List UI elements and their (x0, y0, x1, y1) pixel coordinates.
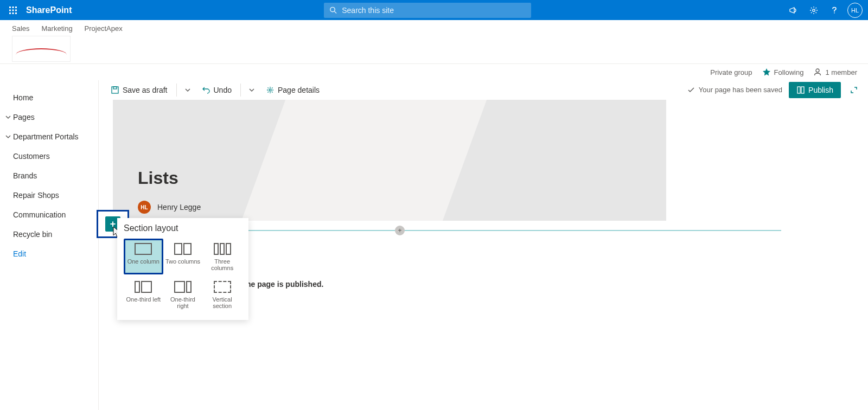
hero-section[interactable]: Lists HL Henry Legge (113, 100, 666, 221)
star-icon (762, 68, 771, 76)
nav-department-portals[interactable]: Department Portals (0, 127, 98, 146)
hub-area: Sales Marketing ProjectApex (0, 20, 868, 64)
hub-link[interactable]: Marketing (42, 24, 73, 33)
hub-link[interactable]: ProjectApex (85, 24, 123, 33)
left-navigation: Home Pages Department Portals Customers … (0, 80, 99, 410)
layout-three-columns[interactable]: Three columns (202, 239, 242, 274)
publish-icon (796, 86, 805, 94)
layout-vertical-section-icon (214, 281, 231, 293)
nav-customers[interactable]: Customers (0, 146, 98, 166)
save-as-draft-button[interactable]: Save as draft (106, 81, 172, 99)
app-launcher[interactable] (3, 1, 23, 20)
nav-brands[interactable]: Brands (0, 166, 98, 185)
help-icon (830, 6, 839, 15)
svg-rect-4 (12, 9, 14, 11)
me-control[interactable]: HL (845, 1, 865, 20)
separator (240, 84, 241, 97)
layout-one-column-icon (135, 243, 152, 255)
megaphone-button[interactable] (783, 1, 803, 20)
author-name: Henry Legge (157, 203, 201, 212)
svg-rect-6 (9, 12, 11, 14)
page-title[interactable]: Lists (138, 168, 178, 188)
svg-rect-2 (15, 7, 17, 8)
svg-point-15 (269, 89, 271, 91)
site-info-row: Private group Following 1 member (0, 64, 868, 80)
publish-button[interactable]: Publish (789, 82, 841, 98)
save-draft-chevron[interactable] (181, 81, 194, 99)
svg-rect-1 (12, 7, 14, 8)
megaphone-icon (789, 6, 797, 15)
app-name[interactable]: SharePoint (26, 5, 72, 15)
layout-three-columns-icon (214, 243, 231, 255)
members-button[interactable]: 1 member (813, 68, 857, 76)
svg-point-9 (330, 7, 335, 11)
expand-button[interactable] (847, 81, 860, 99)
svg-rect-3 (9, 9, 11, 11)
waffle-icon (9, 6, 17, 15)
author-avatar: HL (138, 201, 151, 214)
command-bar: Save as draft Undo Page details Yo (99, 80, 868, 100)
checkmark-icon (687, 86, 695, 94)
hub-links: Sales Marketing ProjectApex (12, 20, 868, 33)
layout-one-column[interactable]: One column (124, 239, 163, 274)
chevron-down-icon (248, 87, 255, 93)
layout-vertical-section[interactable]: Vertical section (202, 277, 242, 312)
hub-link[interactable]: Sales (12, 24, 30, 33)
section-layout-flyout: Section layout One column Two columns Th… (117, 218, 248, 320)
layout-one-third-right[interactable]: One-third right (163, 277, 203, 312)
layout-one-third-left-icon (135, 281, 152, 293)
layout-one-third-right-icon (174, 281, 192, 293)
chevron-down-icon (3, 133, 13, 140)
nav-pages[interactable]: Pages (0, 107, 98, 127)
save-icon (111, 86, 119, 94)
undo-chevron[interactable] (245, 81, 258, 99)
gear-icon (809, 6, 818, 15)
chevron-down-icon (3, 114, 13, 120)
svg-rect-13 (112, 87, 118, 93)
site-logo[interactable] (12, 36, 71, 62)
svg-rect-5 (15, 9, 17, 11)
saved-message: Your page has been saved (687, 86, 782, 94)
add-webpart-button[interactable]: + (395, 226, 405, 235)
page-details-button[interactable]: Page details (261, 81, 324, 99)
help-button[interactable] (825, 1, 844, 20)
page-canvas: Lists HL Henry Legge + + Section layout (113, 100, 868, 221)
main-area: Save as draft Undo Page details Yo (99, 80, 868, 410)
svg-point-12 (816, 69, 819, 72)
undo-button[interactable]: Undo (197, 81, 236, 99)
svg-rect-7 (12, 12, 14, 14)
layout-one-third-left[interactable]: One-third left (124, 277, 163, 312)
nav-repair-shops[interactable]: Repair Shops (0, 185, 98, 205)
svg-line-10 (335, 11, 337, 13)
svg-rect-0 (9, 7, 11, 8)
nav-recycle-bin[interactable]: Recycle bin (0, 225, 98, 244)
svg-rect-14 (113, 87, 117, 89)
search-icon (329, 6, 337, 15)
gear-icon (266, 86, 275, 94)
nav-home[interactable]: Home (0, 88, 98, 107)
chevron-down-icon (184, 87, 191, 93)
suite-header: SharePoint HL (0, 0, 868, 20)
page-author: HL Henry Legge (138, 201, 201, 214)
layout-two-columns[interactable]: Two columns (163, 239, 203, 274)
expand-icon (850, 86, 858, 94)
following-button[interactable]: Following (762, 68, 804, 76)
svg-rect-16 (797, 87, 800, 93)
nav-communication[interactable]: Communication (0, 205, 98, 225)
privacy-label: Private group (710, 68, 752, 76)
svg-rect-17 (801, 87, 804, 93)
nav-edit-link[interactable]: Edit (0, 244, 98, 264)
separator (176, 84, 177, 97)
search-input[interactable] (342, 6, 526, 15)
settings-button[interactable] (804, 1, 824, 20)
search-box[interactable] (324, 3, 531, 18)
comments-hint: he page is published. (246, 280, 323, 289)
flyout-title: Section layout (124, 223, 242, 233)
svg-point-11 (813, 9, 815, 11)
undo-icon (202, 86, 210, 94)
layout-two-columns-icon (174, 243, 192, 255)
me-initials: HL (847, 3, 863, 18)
svg-rect-8 (15, 12, 17, 14)
person-icon (813, 68, 822, 76)
